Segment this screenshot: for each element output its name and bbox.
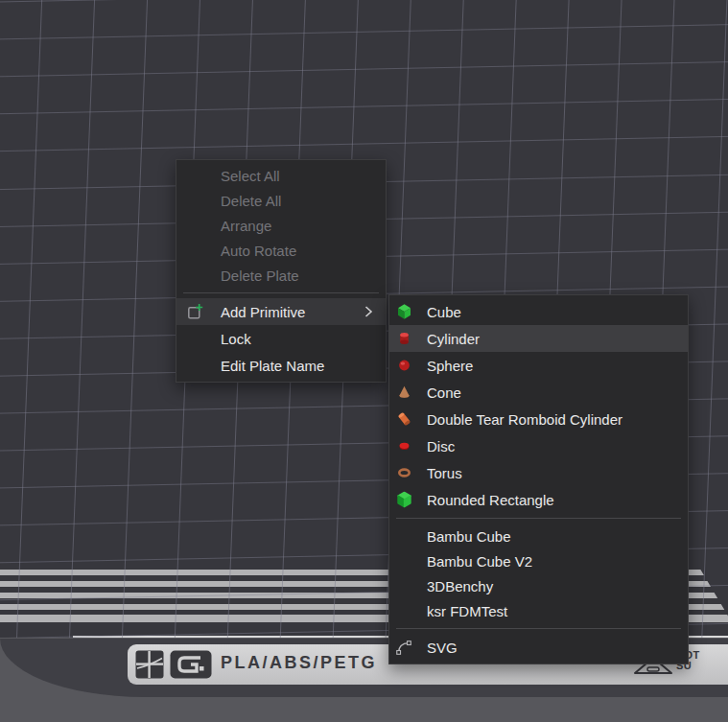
- bambu-g-logo-icon: [170, 650, 212, 679]
- menu-item-rounded-rectangle[interactable]: Rounded Rectangle: [389, 486, 688, 513]
- menu-item-3dbenchy[interactable]: 3DBenchy: [389, 573, 688, 598]
- menu-item-select-all: Select All: [176, 163, 386, 188]
- menu-item-cylinder[interactable]: Cylinder: [389, 325, 688, 352]
- menu-item-label: Delete Plate: [221, 268, 299, 284]
- menu-item-ksr-fdmtest[interactable]: ksr FDMTest: [389, 598, 688, 623]
- menu-item-torus[interactable]: Torus: [389, 459, 688, 486]
- menu-item-label: 3DBenchy: [427, 578, 493, 594]
- menu-item-double-tear-romboid-cylinder[interactable]: Double Tear Romboid Cylinder: [389, 406, 688, 432]
- rounded-rectangle-icon: [396, 492, 412, 508]
- menu-item-label: SVG: [427, 640, 458, 656]
- menu-item-label: Add Primitive: [221, 304, 305, 320]
- menu-item-delete-all: Delete All: [176, 188, 386, 213]
- menu-item-label: Disc: [427, 438, 455, 454]
- menu-item-cube[interactable]: Cube: [389, 298, 688, 325]
- menu-item-delete-plate: Delete Plate: [176, 263, 386, 288]
- menu-item-cone[interactable]: Cone: [389, 379, 688, 406]
- menu-item-label: Torus: [427, 465, 462, 481]
- menu-item-bambu-cube-v2[interactable]: Bambu Cube V2: [389, 548, 688, 573]
- menu-item-label: Cylinder: [427, 331, 480, 347]
- add-primitive-icon: [187, 303, 204, 320]
- torus-icon: [396, 465, 412, 481]
- menu-item-disc[interactable]: Disc: [389, 432, 688, 459]
- menu-item-edit-plate-name[interactable]: Edit Plate Name: [176, 352, 386, 379]
- menu-item-bambu-cube[interactable]: Bambu Cube: [389, 524, 688, 548]
- add-primitive-submenu: CubeCylinderSphereConeDouble Tear Romboi…: [388, 294, 689, 664]
- double-tear-romboid-cylinder-icon: [396, 411, 412, 428]
- cylinder-icon: [396, 331, 412, 347]
- menu-item-add-primitive[interactable]: Add Primitive: [176, 298, 386, 325]
- menu-item-label: ksr FDMTest: [427, 603, 507, 619]
- menu-item-lock[interactable]: Lock: [176, 325, 386, 352]
- menu-item-label: Edit Plate Name: [221, 358, 324, 374]
- menu-item-svg[interactable]: SVG: [389, 634, 688, 661]
- menu-item-label: Lock: [221, 331, 251, 347]
- viewport-3d[interactable]: PLA/ABS/PETG HOT SU Select AllDelete All…: [0, 0, 728, 722]
- menu-item-label: Bambu Cube: [427, 528, 511, 545]
- bambu-windmill-logo-icon: [135, 650, 164, 679]
- menu-item-label: Auto Rotate: [221, 243, 296, 259]
- menu-item-label: Delete All: [221, 193, 281, 209]
- svg-curve-icon: [396, 640, 412, 656]
- plate-material-label: PLA/ABS/PETG: [221, 653, 377, 673]
- menu-item-label: Cube: [427, 304, 461, 320]
- menu-item-label: Bambu Cube V2: [427, 553, 532, 570]
- menu-separator: [396, 628, 681, 629]
- sphere-icon: [396, 358, 412, 374]
- menu-item-label: Arrange: [221, 218, 271, 234]
- menu-separator: [183, 292, 379, 293]
- chevron-right-icon: [364, 306, 373, 318]
- menu-item-label: Cone: [427, 384, 461, 401]
- menu-item-auto-rotate: Auto Rotate: [176, 238, 386, 263]
- disc-icon: [396, 438, 412, 454]
- menu-item-arrange: Arrange: [176, 213, 386, 238]
- menu-item-label: Select All: [221, 168, 280, 184]
- menu-item-label: Sphere: [427, 358, 473, 374]
- menu-item-label: Rounded Rectangle: [427, 492, 554, 508]
- menu-separator: [396, 518, 681, 519]
- cone-icon: [396, 384, 412, 401]
- cube-icon: [396, 304, 412, 320]
- menu-item-sphere[interactable]: Sphere: [389, 352, 688, 379]
- plate-context-menu: Select AllDelete AllArrangeAuto RotateDe…: [176, 159, 387, 383]
- menu-item-label: Double Tear Romboid Cylinder: [427, 411, 622, 428]
